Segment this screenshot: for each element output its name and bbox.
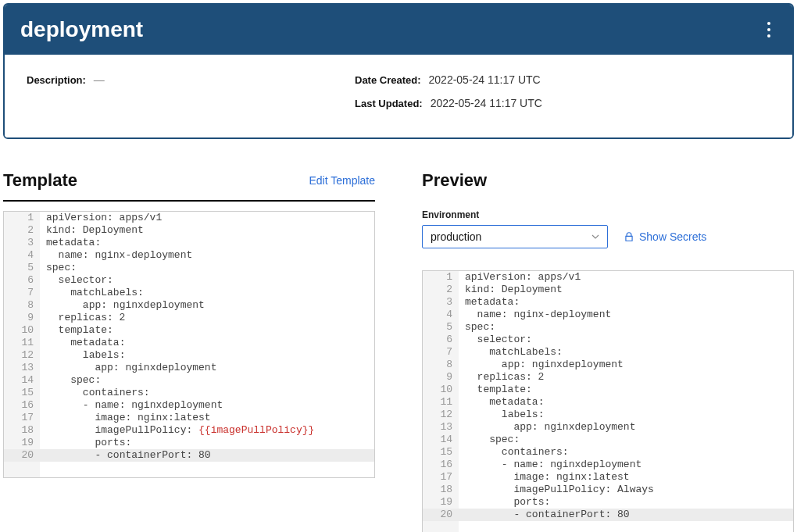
editor-line: 17 image: nginx:latest [4,412,374,424]
template-header: Template Edit Template [3,170,375,202]
editor-line: 3metadata: [423,296,793,309]
meta-date-created: Date Created: 2022-05-24 11:17 UTC [355,73,636,86]
meta-description-value: — [94,73,105,86]
template-column: Template Edit Template 1apiVersion: apps… [3,170,375,532]
page-title: deployment [20,17,143,42]
chevron-down-icon [591,233,599,241]
editor-line: 8 app: nginxdeployment [423,359,793,371]
editor-line: 10 template: [423,384,793,396]
editor-line: 9 replicas: 2 [4,312,374,324]
editor-line: 4 name: nginx-deployment [423,309,793,321]
editor-line: 5spec: [423,321,793,334]
meta-last-updated-label: Last Updated: [355,98,423,109]
editor-line: 5spec: [4,262,374,274]
lock-icon [624,231,634,242]
show-secrets-label: Show Secrets [639,230,706,243]
more-menu-icon[interactable] [761,19,777,41]
card-header: deployment [5,5,792,55]
meta-right: Date Created: 2022-05-24 11:17 UTC Last … [355,73,636,109]
editor-line: 6 selector: [4,274,374,287]
preview-column: Preview Environment production Show Secr… [422,170,794,532]
editor-line: 6 selector: [423,334,793,346]
meta-last-updated-value: 2022-05-24 11:17 UTC [431,97,542,109]
editor-line: 17 image: nginx:latest [423,471,793,484]
editor-line: 7 matchLabels: [4,287,374,299]
editor-line: 18 imagePullPolicy: Always [423,484,793,496]
editor-line: 1apiVersion: apps/v1 [4,212,374,224]
meta-date-created-label: Date Created: [355,74,421,86]
meta-left: Description: — [27,73,308,109]
main-columns: Template Edit Template 1apiVersion: apps… [3,170,794,532]
editor-line: 1apiVersion: apps/v1 [423,271,793,284]
editor-line: 15 containers: [4,387,374,399]
editor-line: 19 ports: [423,496,793,509]
editor-line: 20 - containerPort: 80 [4,449,374,462]
edit-template-link[interactable]: Edit Template [309,174,375,187]
environment-row: production Show Secrets [422,225,794,248]
editor-line: 12 labels: [4,349,374,362]
editor-line: 4 name: nginx-deployment [4,249,374,262]
editor-line: 13 app: nginxdeployment [4,362,374,374]
preview-header: Preview [422,170,794,200]
editor-line: 20 - containerPort: 80 [423,509,793,521]
show-secrets-link[interactable]: Show Secrets [624,230,706,243]
editor-line: 13 app: nginxdeployment [423,421,793,434]
editor-line: 11 metadata: [4,337,374,349]
editor-line: 12 labels: [423,409,793,421]
editor-line: 19 ports: [4,437,374,449]
editor-line: 18 imagePullPolicy: {{imagePullPolicy}} [4,424,374,437]
environment-selected: production [431,230,481,243]
deployment-card: deployment Description: — Date Created: … [3,3,794,139]
environment-select[interactable]: production [422,225,608,248]
editor-line: 2kind: Deployment [423,284,793,296]
meta-last-updated: Last Updated: 2022-05-24 11:17 UTC [355,97,636,109]
editor-line: 9 replicas: 2 [423,371,793,384]
environment-label: Environment [422,209,794,220]
preview-heading: Preview [422,170,487,191]
editor-line: 16 - name: nginxdeployment [4,399,374,412]
card-body: Description: — Date Created: 2022-05-24 … [5,55,792,137]
template-editor[interactable]: 1apiVersion: apps/v12kind: Deployment3me… [3,211,375,478]
editor-line: 14 spec: [423,434,793,446]
editor-line: 2kind: Deployment [4,224,374,237]
editor-line: 11 metadata: [423,396,793,409]
meta-date-created-value: 2022-05-24 11:17 UTC [429,73,541,86]
editor-line: 7 matchLabels: [423,346,793,359]
meta-description: Description: — [27,73,308,86]
template-heading: Template [3,170,77,191]
editor-line: 3metadata: [4,237,374,249]
editor-line: 10 template: [4,324,374,337]
preview-editor: 1apiVersion: apps/v12kind: Deployment3me… [422,270,794,532]
editor-line: 14 spec: [4,374,374,387]
meta-description-label: Description: [27,74,86,86]
editor-line: 8 app: nginxdeployment [4,299,374,312]
editor-line: 16 - name: nginxdeployment [423,459,793,471]
editor-line: 15 containers: [423,446,793,459]
